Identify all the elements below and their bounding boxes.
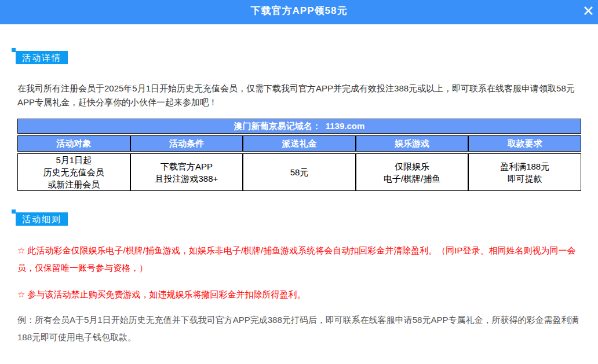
cell-line: 盈利满188元 xyxy=(469,160,581,172)
cell-line: 下载官方APP xyxy=(131,160,243,172)
table-data-row: 5月1日起 历史无充值会员 或新注册会员 下载官方APP 且投注游戏388+ 5… xyxy=(17,153,581,191)
cell-line: 5月1日起 xyxy=(18,154,130,166)
badge-corner-decoration xyxy=(12,209,16,214)
cell-audience: 5月1日起 历史无充值会员 或新注册会员 xyxy=(17,153,130,191)
close-button[interactable] xyxy=(581,3,596,18)
col-header-audience: 活动对象 xyxy=(17,135,130,152)
modal-title: 下载官方APP领58元 xyxy=(251,4,348,17)
section-badge-details: 活动详情 xyxy=(12,48,581,64)
table-title-row: 澳门新葡京易记域名：1139.com xyxy=(17,119,581,134)
promo-description: 在我司所有注册会员于2025年5月1日开始历史无充值会员，仅需下载我司官方APP… xyxy=(17,82,582,109)
col-header-withdrawal: 取款要求 xyxy=(468,135,581,152)
modal-titlebar: 下载官方APP领58元 xyxy=(0,0,598,24)
table-domain: 1139.com xyxy=(326,121,365,131)
details-badge-label: 活动详情 xyxy=(16,51,68,64)
cell-line: 即可提款 xyxy=(469,172,581,185)
table-title-prefix: 澳门新葡京易记域名： xyxy=(234,121,321,131)
cell-line: 仅限娱乐 xyxy=(356,160,468,172)
rule-item-2: ☆ 参与该活动禁止购买免费游戏，如违规娱乐将撤回彩金并扣除所得盈利。 xyxy=(17,286,585,303)
cell-line: 电子/棋牌/捕鱼 xyxy=(356,172,468,185)
col-header-games: 娱乐游戏 xyxy=(356,135,469,152)
cell-bonus: 58元 xyxy=(243,153,356,191)
col-header-bonus: 派送礼金 xyxy=(243,135,356,152)
cell-line: 或新注册会员 xyxy=(18,178,130,190)
section-badge-rules: 活动细则 xyxy=(12,209,581,226)
col-header-condition: 活动条件 xyxy=(130,135,243,152)
promo-modal: 下载官方APP领58元 活动详情 在我司所有注册会员于2025年5月1日开始历史… xyxy=(0,0,598,346)
table-header-row: 活动对象 活动条件 派送礼金 娱乐游戏 取款要求 xyxy=(17,135,581,152)
badge-corner-decoration xyxy=(12,48,16,52)
promo-table: 澳门新葡京易记域名：1139.com 活动对象 活动条件 派送礼金 娱乐游戏 取… xyxy=(17,117,581,193)
cell-withdrawal: 盈利满188元 即可提款 xyxy=(468,153,581,191)
rule-item-1: ☆ 此活动彩金仅限娱乐电子/棋牌/捕鱼游戏，如娱乐非电子/棋牌/捕鱼游戏系统将会… xyxy=(17,242,585,277)
table-title-cell: 澳门新葡京易记域名：1139.com xyxy=(17,119,581,134)
example-text: 例：所有会员A于5月1日开始历史无充值并下载我司官方APP完成388元打码后，即… xyxy=(17,311,585,346)
modal-content: 活动详情 在我司所有注册会员于2025年5月1日开始历史无充值会员，仅需下载我司… xyxy=(0,48,598,346)
cell-line: 历史无充值会员 xyxy=(18,166,130,178)
cell-line: 58元 xyxy=(243,166,355,178)
cell-line: 且投注游戏388+ xyxy=(131,172,243,185)
close-icon xyxy=(584,6,593,16)
cell-games: 仅限娱乐 电子/棋牌/捕鱼 xyxy=(356,153,469,191)
rules-badge-label: 活动细则 xyxy=(16,212,68,226)
cell-condition: 下载官方APP 且投注游戏388+ xyxy=(130,153,243,191)
